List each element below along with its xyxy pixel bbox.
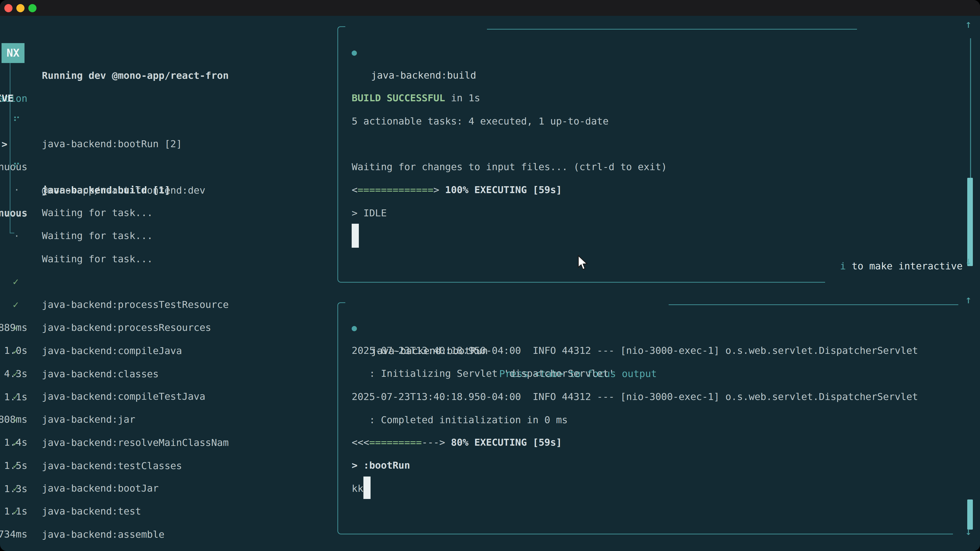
task-row[interactable]: ✓ java-backend:processTestResource 889ms [0,247,35,270]
scroll-down-icon[interactable]: ↓ [965,254,972,267]
terminal-window: NX Running dev @mono-app/react-fron Dura… [0,0,980,551]
progress-bar-empty: --- [422,437,439,448]
progress-left-bracket: < [352,184,358,195]
build-successful-text: BUILD SUCCESSFUL [352,92,445,103]
scroll-up-icon[interactable]: ↑ [965,18,972,30]
bootrun-pane-header[interactable]: ● java-backend:bootRun Press <tab> to fo… [0,293,35,316]
progress-right-bracket: > [433,184,439,195]
task-row[interactable]: ✓ java-backend:processResources 1.0s [0,270,35,293]
progress-status-text: 80% EXECUTING [59s] [445,437,562,448]
terminal-cursor [352,224,359,248]
interactive-hint: i to make interactive [840,254,963,278]
interactive-hint-text: to make interactive [846,260,963,272]
task-name: java-backend:bootRun [2] [42,132,182,156]
header-rule [487,29,857,30]
build-tasks-line: 5 actionable tasks: 4 executed, 1 up-to-… [352,110,609,133]
task-name: Waiting for task... [42,201,153,224]
progress-left-bracket: <<< [352,437,369,448]
task-name: java-backend:classes [42,362,159,386]
header-rule [669,304,958,305]
task-name: java-backend:bootJar [42,477,159,500]
task-row[interactable]: ⠋ @mono-app/react-frontend:dev Continuou… [0,133,35,156]
task-dot-icon: ● [352,41,357,64]
task-row[interactable]: ✓ java-backend:assemble 774ms [0,477,35,500]
close-button-icon[interactable] [4,4,13,12]
log-line: 2025-07-23T13:40:18.950-04:00 INFO 44312… [352,339,918,362]
task-name: @mono-app/react-frontend:dev [42,179,205,202]
build-time-text: in 1s [445,92,480,103]
task-name: java-backend:jar [42,408,135,431]
task-name: java-backend:compileTestJava [42,385,205,408]
log-line: : Completed initialization in 0 ms [352,408,568,431]
task-name: java-backend:testClasses [42,454,182,477]
check-icon: ✓ [13,500,19,523]
terminal-cursor [363,476,371,499]
task-name: java-backend:resolveMainClassNam [42,431,229,454]
interactive-hint-key: i [840,260,846,272]
minimize-button-icon[interactable] [16,4,24,12]
task-name: Waiting for task... [42,248,153,270]
scroll-down-icon[interactable]: ↓ [965,525,972,537]
task-row[interactable]: ✓ java-backend:testClasses 1.3s [0,408,35,431]
titlebar [0,0,980,16]
task-list-title: Running dev @mono-app/react-fron [42,64,229,87]
pager: ← 1/2 → [10,546,74,551]
task-dot-icon: ● [352,316,357,339]
build-progress-line: <=============> 100% EXECUTING [59s] [352,178,562,201]
progress-bar-fill: ========= [369,437,422,448]
zoom-button-icon[interactable] [28,4,37,12]
bootrun-prompt-line: > :bootRun [352,454,410,477]
task-name: java-backend:compileJava [42,339,182,362]
build-pane-title: java-backend:build [371,64,476,87]
progress-bar-fill: ============= [358,184,433,195]
task-row[interactable]: · Waiting for task... [0,178,35,201]
task-list-panel: NX Running dev @mono-app/react-fron Dura… [0,16,332,551]
pending-dot-icon: · [14,224,20,248]
scrollbar-thumb[interactable] [967,178,973,266]
scroll-up-icon[interactable]: ↑ [965,293,972,306]
log-line: : Initializing Servlet 'dispatcherServle… [352,362,614,385]
bootrun-input-line[interactable]: kk [352,477,363,500]
task-row[interactable]: ✓ java-backend:test 734ms [0,454,35,477]
log-line: 2025-07-23T13:40:18.950-04:00 INFO 44312… [352,385,918,408]
task-name: java-backend:processTestResource [42,293,229,316]
task-row[interactable]: · Waiting for task... [0,202,35,224]
task-name: java-backend:processResources [42,316,211,339]
task-row[interactable]: · Waiting for task... [0,156,35,178]
bootrun-progress-line: <<<=========---> 80% EXECUTING [59s] [352,431,562,454]
task-name: java-backend:test [42,500,141,523]
build-idle-line: > IDLE [352,202,387,224]
scrollbar-track[interactable] [970,38,971,178]
task-list-footer: ← 1/2 → quit: q help: ? [0,523,332,546]
task-row[interactable]: ✓ java-backend:bootJar 1.1s [0,431,35,454]
mouse-cursor-icon [577,255,589,273]
build-waiting-line: Waiting for changes to input files... (c… [352,156,667,178]
task-name: Waiting for task... [42,224,153,247]
progress-status-text: 100% EXECUTING [59s] [439,184,562,195]
progress-right-bracket: > [439,437,445,448]
mode-badge: NON-INTERACTIVE [0,87,13,110]
build-pane-header[interactable]: ● java-backend:build NON-INTERACTIVE [0,18,35,41]
build-result-line: BUILD SUCCESSFUL in 1s [352,86,480,110]
